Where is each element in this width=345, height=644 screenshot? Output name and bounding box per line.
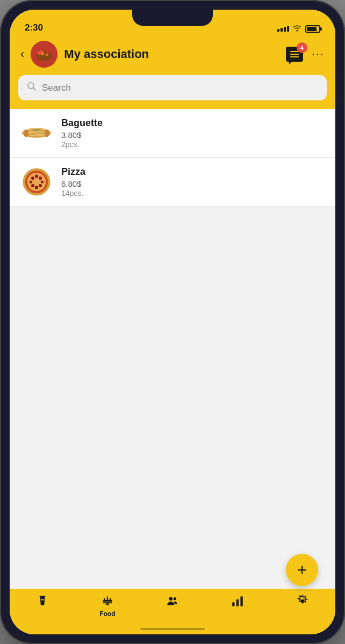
- pizza-name: Pizza: [61, 166, 325, 178]
- battery-icon: [305, 25, 320, 33]
- svg-point-23: [41, 180, 44, 183]
- food-item-baguette[interactable]: Baguette 3.80$ 2pcs.: [10, 109, 335, 158]
- nav-item-stats[interactable]: [205, 594, 270, 610]
- baguette-price: 3.80$: [61, 130, 325, 140]
- svg-point-21: [35, 186, 38, 189]
- svg-point-35: [174, 597, 176, 600]
- nav-item-settings[interactable]: [270, 594, 335, 610]
- svg-rect-30: [107, 596, 108, 601]
- search-input[interactable]: [42, 83, 318, 93]
- notch: [132, 10, 213, 26]
- food-item-pizza[interactable]: Pizza 6.80$ 14pcs.: [10, 158, 335, 207]
- baguette-qty: 2pcs.: [61, 140, 325, 149]
- wifi-icon: [292, 24, 302, 33]
- nav-item-food[interactable]: Food: [75, 594, 140, 618]
- svg-rect-38: [241, 596, 243, 606]
- search-container: [10, 75, 335, 109]
- svg-rect-27: [40, 599, 44, 601]
- svg-point-4: [41, 52, 44, 55]
- svg-rect-26: [39, 596, 45, 597]
- baguette-name: Baguette: [61, 118, 325, 129]
- svg-point-11: [45, 130, 49, 137]
- svg-rect-31: [110, 598, 111, 601]
- svg-point-19: [31, 184, 34, 187]
- chat-badge: 4: [297, 42, 307, 53]
- svg-point-18: [35, 175, 38, 178]
- svg-point-10: [24, 130, 28, 137]
- back-button[interactable]: ‹: [20, 47, 24, 61]
- nav-item-drinks[interactable]: [10, 594, 75, 610]
- svg-point-34: [169, 597, 173, 601]
- home-indicator: [140, 628, 205, 630]
- search-bar: [18, 75, 327, 100]
- svg-rect-37: [236, 599, 239, 606]
- chat-button[interactable]: 4: [286, 47, 303, 62]
- pizza-info: Pizza 6.80$ 14pcs.: [61, 166, 325, 197]
- status-time: 2:30: [25, 23, 43, 33]
- svg-rect-36: [232, 602, 234, 606]
- pizza-image: [20, 169, 53, 195]
- header-title: My association: [64, 47, 279, 61]
- pizza-price: 6.80$: [61, 179, 325, 188]
- nav-item-people[interactable]: [140, 594, 205, 610]
- phone-frame: 2:30: [0, 0, 345, 644]
- svg-point-16: [31, 177, 34, 180]
- status-icons: [277, 24, 320, 33]
- pizza-qty: 14pcs.: [61, 189, 325, 197]
- svg-point-22: [30, 180, 32, 183]
- svg-point-17: [39, 177, 42, 180]
- header: ‹ My association: [10, 36, 335, 75]
- svg-rect-33: [106, 603, 109, 605]
- signal-icon: [277, 26, 289, 32]
- nav-label-food: Food: [99, 610, 115, 618]
- content-area: Baguette 3.80$ 2pcs.: [10, 109, 335, 589]
- header-actions: 4 ···: [286, 47, 325, 62]
- baguette-info: Baguette 3.80$ 2pcs.: [61, 118, 325, 149]
- search-icon: [27, 82, 37, 94]
- svg-rect-29: [104, 598, 105, 601]
- svg-rect-32: [103, 602, 112, 603]
- avatar: [31, 41, 58, 68]
- phone-screen: 2:30: [10, 10, 335, 634]
- baguette-image: [20, 120, 53, 147]
- svg-point-20: [39, 184, 42, 187]
- svg-point-5: [46, 54, 48, 56]
- add-button[interactable]: +: [286, 554, 318, 586]
- more-button[interactable]: ···: [312, 47, 325, 61]
